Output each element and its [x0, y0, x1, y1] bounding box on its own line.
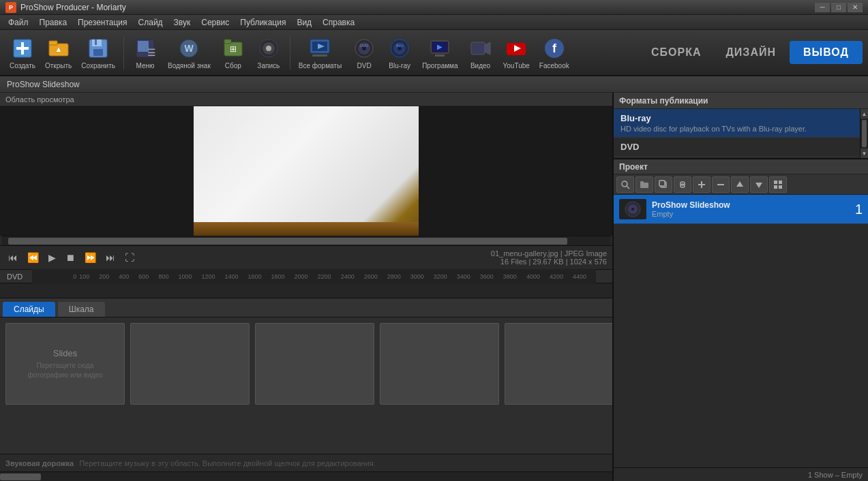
- menu-file[interactable]: Файл: [3, 15, 34, 30]
- minimize-button[interactable]: ─: [815, 3, 830, 12]
- collect-icon: ⊞: [221, 36, 245, 61]
- menu-view[interactable]: Вид: [291, 15, 317, 30]
- slide-slot-3[interactable]: [255, 323, 374, 405]
- file-info-line2: 16 Files | 29.67 KB | 1024 x 576: [491, 258, 607, 266]
- proj-tb-add[interactable]: [693, 176, 710, 193]
- format-bluray[interactable]: Blu-ray HD video disc for playback on TV…: [614, 109, 860, 138]
- preview-scrollbar[interactable]: [1, 236, 611, 245]
- svg-text:▲: ▲: [55, 45, 62, 53]
- proj-tb-search[interactable]: [616, 176, 634, 193]
- program-button[interactable]: ▶ Программа: [418, 33, 462, 72]
- bluray-button[interactable]: BLU Blu-ray: [383, 33, 417, 72]
- scrollbar-thumb: [8, 238, 567, 245]
- save-button[interactable]: Сохранить: [77, 33, 119, 72]
- bluray-icon: BLU: [387, 36, 412, 61]
- timeline-area: DVD 0 100 200 400 600 800 1000 1200 1400…: [0, 270, 612, 298]
- svg-marker-53: [736, 181, 743, 187]
- slide-slot-5[interactable]: [505, 323, 612, 405]
- timeline-header: DVD 0 100 200 400 600 800 1000 1200 1400…: [0, 270, 612, 283]
- breadcrumb-text: ProShow Slideshow: [7, 80, 80, 89]
- collect-button[interactable]: ⊞ Сбор: [216, 33, 250, 72]
- audio-track-hint: Перетащите музыку в эту область. Выполни…: [79, 459, 376, 467]
- open-button[interactable]: ▲ Открыть: [41, 33, 76, 72]
- open-label: Открыть: [45, 62, 72, 69]
- menu-publish[interactable]: Публикация: [235, 15, 291, 30]
- dvd-button[interactable]: DVD DVD: [347, 33, 381, 72]
- format-dvd[interactable]: DVD: [614, 138, 860, 157]
- tab-timeline[interactable]: Шкала: [58, 302, 105, 317]
- slide-slot-2[interactable]: [130, 323, 250, 405]
- dvd-label: DVD: [357, 62, 372, 69]
- svg-rect-56: [779, 181, 782, 184]
- assembly-mode-button[interactable]: СБОРКА: [640, 42, 713, 63]
- create-button[interactable]: Создать: [5, 33, 40, 72]
- allformats-button[interactable]: Все форматы: [295, 33, 346, 72]
- facebook-button[interactable]: f Facebook: [535, 33, 573, 72]
- proj-tb-copy[interactable]: [655, 176, 672, 193]
- play-button[interactable]: ▶: [46, 251, 59, 264]
- output-mode-button[interactable]: ВЫВОД: [790, 41, 863, 64]
- slides-area[interactable]: Slides Перетащите сюдафотографию или вид…: [0, 317, 612, 454]
- scroll-down-button[interactable]: ▼: [860, 149, 868, 158]
- window-title: ProShow Producer - Moriarty: [20, 3, 815, 12]
- video-button[interactable]: Видео: [464, 33, 498, 72]
- menu-sound[interactable]: Звук: [168, 15, 196, 30]
- proj-tb-move-down[interactable]: [750, 176, 768, 193]
- mode-buttons: СБОРКА ДИЗАЙН ВЫВОД: [640, 41, 863, 64]
- toolbar-separator-2: [290, 35, 290, 69]
- project-item-name: ProShow Slideshow: [652, 200, 850, 210]
- save-icon: [86, 36, 110, 61]
- rewind-button[interactable]: ⏪: [25, 251, 42, 264]
- bottom-scrollbar[interactable]: [0, 471, 612, 481]
- svg-rect-16: [224, 40, 231, 44]
- preview-area: Область просмотра ⏮ ⏪ ▶ ⏹ ⏩ ⏭ ⛶ 01_menu-…: [0, 93, 612, 481]
- fullscreen-button[interactable]: ⛶: [122, 251, 137, 264]
- video-icon: [468, 36, 493, 61]
- svg-point-43: [622, 181, 627, 187]
- record-label: Запись: [257, 62, 280, 69]
- skip-end-button[interactable]: ⏭: [103, 251, 118, 264]
- maximize-button[interactable]: □: [831, 3, 846, 12]
- scroll-up-button[interactable]: ▲: [860, 109, 868, 119]
- menu-presentation[interactable]: Презентация: [72, 15, 133, 30]
- proj-tb-open[interactable]: [635, 176, 653, 193]
- project-item-1[interactable]: ProShow Slideshow Empty 1: [614, 195, 868, 224]
- menu-service[interactable]: Сервис: [196, 15, 235, 30]
- create-label: Создать: [10, 62, 35, 69]
- fast-forward-button[interactable]: ⏩: [82, 251, 99, 264]
- svg-rect-48: [659, 181, 665, 186]
- youtube-icon: [504, 36, 528, 61]
- skip-start-button[interactable]: ⏮: [5, 251, 20, 264]
- watermark-icon: W: [177, 36, 201, 61]
- youtube-button[interactable]: YouTube: [499, 33, 534, 72]
- design-mode-button[interactable]: ДИЗАЙН: [715, 42, 787, 63]
- slide-placeholder-first[interactable]: Slides Перетащите сюдафотографию или вид…: [5, 323, 125, 405]
- app-icon: P: [5, 2, 16, 13]
- menu-edit[interactable]: Правка: [34, 15, 73, 30]
- menu-tb-button[interactable]: ☰ Меню: [128, 33, 162, 72]
- tab-slides[interactable]: Слайды: [3, 302, 55, 317]
- proj-tb-remove[interactable]: [712, 176, 730, 193]
- svg-text:BLU: BLU: [396, 44, 403, 48]
- menu-slide[interactable]: Слайд: [133, 15, 168, 30]
- preview-image: [194, 106, 419, 236]
- stop-button[interactable]: ⏹: [63, 251, 78, 264]
- close-button[interactable]: ✕: [848, 3, 863, 12]
- slide-slot-4[interactable]: [380, 323, 499, 405]
- toolbar-separator-1: [123, 35, 124, 69]
- transport-controls: ⏮ ⏪ ▶ ⏹ ⏩ ⏭ ⛶ 01_menu-gallery.jpg | JPEG…: [0, 245, 612, 270]
- svg-point-20: [266, 46, 271, 51]
- svg-rect-24: [312, 55, 327, 57]
- pub-formats-scrollbar[interactable]: ▲ ▼: [860, 109, 868, 158]
- window-controls: ─ □ ✕: [815, 3, 863, 12]
- record-button[interactable]: Запись: [252, 33, 286, 72]
- proj-tb-move-up[interactable]: [731, 176, 749, 193]
- svg-point-61: [631, 208, 634, 211]
- proj-tb-link[interactable]: [674, 176, 691, 193]
- menu-help[interactable]: Справка: [317, 15, 360, 30]
- watermark-button[interactable]: W Водяной знак: [164, 33, 215, 72]
- file-info: 01_menu-gallery.jpg | JPEG Image 16 File…: [491, 249, 607, 266]
- open-icon: ▲: [46, 36, 71, 61]
- svg-rect-58: [779, 185, 782, 189]
- proj-tb-grid[interactable]: [769, 176, 787, 193]
